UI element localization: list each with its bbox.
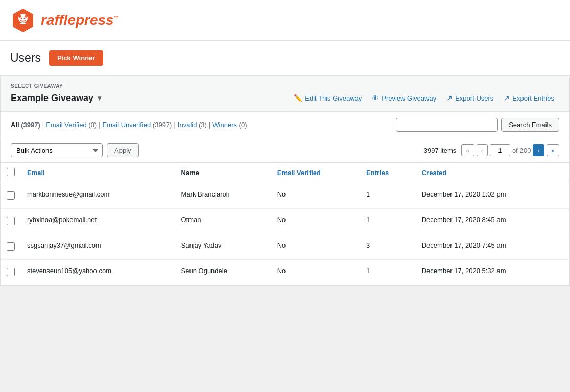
page-title: Users <box>10 51 41 65</box>
pagination-next-button[interactable]: › <box>533 144 544 156</box>
main-content: SELECT GIVEAWAY Example Giveaway ▾ ✏️ Ed… <box>0 76 570 286</box>
select-giveaway-section: SELECT GIVEAWAY Example Giveaway ▾ ✏️ Ed… <box>1 76 569 112</box>
pick-winner-button[interactable]: Pick Winner <box>49 50 103 66</box>
table-row: ssgsanjay37@gmail.com Sanjay Yadav No 3 … <box>1 234 569 260</box>
bulk-actions-select[interactable]: Bulk Actions Delete <box>11 143 103 157</box>
table-row: rybxlnoa@pokemail.net Otman No 1 Decembe… <box>1 209 569 234</box>
select-giveaway-label: SELECT GIVEAWAY <box>11 83 559 89</box>
row-email: rybxlnoa@pokemail.net <box>21 209 175 234</box>
row-checkbox-cell[interactable] <box>1 234 21 260</box>
row-created: December 17, 2020 7:45 am <box>416 234 569 260</box>
export-entries-icon: ↗ <box>504 94 510 102</box>
svg-point-3 <box>25 15 27 18</box>
row-checkbox[interactable] <box>7 191 15 200</box>
export-users-icon: ↗ <box>446 94 453 102</box>
row-checkbox[interactable] <box>7 217 15 225</box>
row-entries: 1 <box>360 209 416 234</box>
row-verified: No <box>271 209 360 234</box>
row-created: December 17, 2020 8:45 am <box>416 209 569 234</box>
row-created: December 17, 2020 5:32 am <box>416 260 569 285</box>
filter-invalid[interactable]: Invalid (3) <box>178 121 207 129</box>
row-email: markbonniesue@gmail.com <box>21 183 175 209</box>
filter-winners[interactable]: Winners (0) <box>212 121 247 129</box>
table-row: markbonniesue@gmail.com Mark Branciaroli… <box>1 183 569 209</box>
filter-all[interactable]: All (3997) <box>11 121 40 129</box>
edit-icon: ✏️ <box>294 94 302 102</box>
rafflepress-logo-icon <box>10 8 36 33</box>
row-name: Seun Ogundele <box>175 260 271 285</box>
bulk-left: Bulk Actions Delete Apply <box>11 143 139 157</box>
svg-point-2 <box>19 15 21 18</box>
filter-links: All (3997) | Email Verified (0) | Email … <box>11 121 247 129</box>
svg-point-5 <box>24 17 26 19</box>
row-email: ssgsanjay37@gmail.com <box>21 234 175 260</box>
col-header-created[interactable]: Created <box>416 163 569 183</box>
row-checkbox-cell[interactable] <box>1 183 21 209</box>
row-verified: No <box>271 260 360 285</box>
table-wrap: Email Name Email Verified Entries Create… <box>1 163 569 285</box>
giveaway-actions: ✏️ Edit This Giveaway 👁 Preview Giveaway… <box>289 92 559 104</box>
filter-email-verified[interactable]: Email Verified (0) <box>46 121 97 129</box>
chevron-down-icon: ▾ <box>98 94 101 102</box>
export-entries-link[interactable]: ↗ Export Entries <box>498 92 559 104</box>
table-row: stevenseun105@yahoo.com Seun Ogundele No… <box>1 260 569 285</box>
top-bar: rafflepress™ <box>0 0 570 41</box>
row-checkbox[interactable] <box>7 268 15 276</box>
pagination: 3997 items « ‹ 1 of 200 › » <box>424 144 559 156</box>
row-checkbox-cell[interactable] <box>1 260 21 285</box>
search-input[interactable] <box>396 118 498 132</box>
pagination-last-button[interactable]: » <box>547 144 559 156</box>
giveaway-selector[interactable]: Example Giveaway ▾ <box>11 93 101 104</box>
col-header-email-verified[interactable]: Email Verified <box>271 163 360 183</box>
row-name: Sanjay Yadav <box>175 234 271 260</box>
edit-giveaway-link[interactable]: ✏️ Edit This Giveaway <box>289 92 367 104</box>
row-name: Otman <box>175 209 271 234</box>
select-all-header[interactable] <box>1 163 21 183</box>
giveaway-row: Example Giveaway ▾ ✏️ Edit This Giveaway… <box>11 92 559 104</box>
pagination-page-input[interactable]: 1 <box>490 144 510 156</box>
row-checkbox-cell[interactable] <box>1 209 21 234</box>
search-area: Search Emails <box>396 118 559 132</box>
pagination-prev-button[interactable]: ‹ <box>477 144 488 156</box>
apply-button[interactable]: Apply <box>107 143 139 157</box>
pagination-total-pages: 200 <box>520 146 531 154</box>
page-header: Users Pick Winner <box>0 41 570 76</box>
svg-point-4 <box>21 17 22 19</box>
row-email: stevenseun105@yahoo.com <box>21 260 175 285</box>
col-header-name: Name <box>175 163 271 183</box>
bulk-bar: Bulk Actions Delete Apply 3997 items « ‹… <box>1 138 569 163</box>
filter-bar: All (3997) | Email Verified (0) | Email … <box>1 112 569 138</box>
table-header-row: Email Name Email Verified Entries Create… <box>1 163 569 183</box>
logo-text: rafflepress™ <box>41 12 119 29</box>
col-header-email[interactable]: Email <box>21 163 175 183</box>
search-emails-button[interactable]: Search Emails <box>501 118 559 132</box>
eye-icon: 👁 <box>372 94 379 102</box>
row-verified: No <box>271 183 360 209</box>
select-all-checkbox[interactable] <box>7 168 15 176</box>
row-created: December 17, 2020 1:02 pm <box>416 183 569 209</box>
table-body: markbonniesue@gmail.com Mark Branciaroli… <box>1 183 569 285</box>
filter-email-unverified[interactable]: Email Unverified (3997) <box>103 121 172 129</box>
col-header-entries[interactable]: Entries <box>360 163 416 183</box>
row-entries: 1 <box>360 260 416 285</box>
pagination-first-button[interactable]: « <box>461 144 474 156</box>
row-verified: No <box>271 234 360 260</box>
row-entries: 1 <box>360 183 416 209</box>
row-entries: 3 <box>360 234 416 260</box>
pagination-total: 3997 items <box>424 146 457 154</box>
preview-giveaway-link[interactable]: 👁 Preview Giveaway <box>367 92 441 104</box>
row-name: Mark Branciaroli <box>175 183 271 209</box>
export-users-link[interactable]: ↗ Export Users <box>441 92 498 104</box>
row-checkbox[interactable] <box>7 242 15 251</box>
users-table: Email Name Email Verified Entries Create… <box>1 163 569 285</box>
logo-area: rafflepress™ <box>10 8 119 33</box>
selected-giveaway-name: Example Giveaway <box>11 93 93 104</box>
svg-rect-6 <box>20 23 26 24</box>
